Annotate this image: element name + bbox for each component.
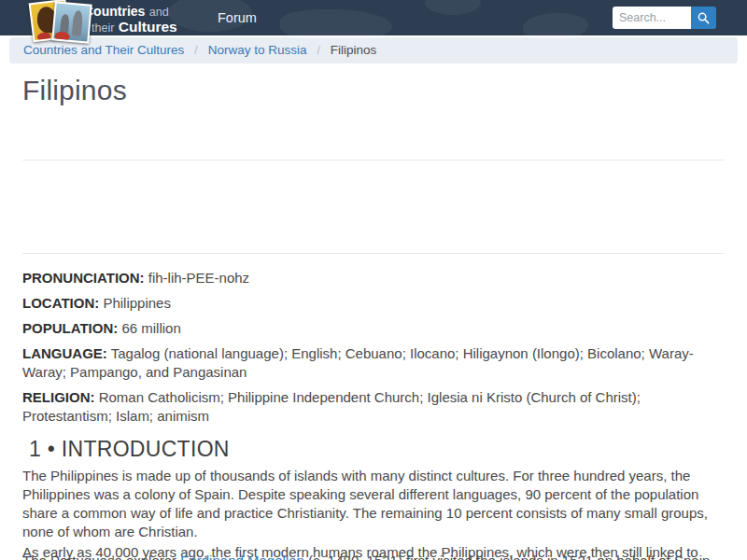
fact-value: 66 million: [121, 320, 180, 336]
logo-word-countries: Countries: [84, 4, 145, 19]
breadcrumb-current: Filipinos: [331, 43, 377, 57]
page-title: Filipinos: [22, 75, 725, 106]
fact-value: Philippines: [103, 295, 171, 311]
page: Countries and their Cultures Forum Count…: [0, 0, 747, 560]
fact-row-religion: RELIGION: Roman Catholicism; Philippine …: [22, 388, 725, 426]
fact-value: Roman Catholicism; Philippine Independen…: [22, 389, 641, 424]
logo-photo-moai: [51, 1, 92, 43]
paragraph-1: The Philippines is made up of thousands …: [22, 467, 725, 541]
ad-placeholder: [22, 161, 725, 253]
logo-word-cultures: Cultures: [119, 19, 177, 35]
search-input[interactable]: [613, 7, 691, 29]
magellan-link[interactable]: Ferdinand Magellan: [180, 553, 304, 560]
logo-word-their: their: [92, 21, 114, 35]
fact-value: fih-lih-PEE-nohz: [148, 270, 249, 286]
fact-list: PRONUNCIATION: fih-lih-PEE-nohz LOCATION…: [22, 269, 725, 426]
divider: [22, 253, 725, 254]
fact-row-location: LOCATION: Philippines: [22, 294, 725, 313]
paragraph-3: The Portuguese explorer Ferdinand Magell…: [22, 552, 725, 560]
site-header: Countries and their Cultures Forum: [0, 0, 747, 35]
breadcrumb-link-volume[interactable]: Norway to Russia: [208, 43, 307, 57]
forum-link[interactable]: Forum: [218, 10, 257, 25]
search-button[interactable]: [691, 7, 716, 29]
fact-label: LOCATION:: [22, 295, 99, 311]
article-content: Filipinos PRONUNCIATION: fih-lih-PEE-noh…: [9, 75, 738, 560]
breadcrumb-separator: /: [188, 43, 204, 57]
fact-row-language: LANGUAGE: Tagalog (national language); E…: [22, 344, 725, 382]
section-heading-introduction: 1 • INTRODUCTION: [22, 437, 725, 461]
breadcrumb: Countries and Their Cultures / Norway to…: [9, 37, 738, 63]
world-map-decoration: [425, 0, 481, 15]
fact-label: LANGUAGE:: [22, 345, 107, 361]
logo-word-and: and: [149, 6, 169, 19]
logo-wordmark: Countries and their Cultures: [84, 4, 177, 35]
breadcrumb-link-home[interactable]: Countries and Their Cultures: [23, 43, 184, 57]
fact-label: POPULATION:: [22, 320, 118, 336]
search-icon: [697, 11, 711, 25]
paragraph-3-text: The Portuguese explorer: [22, 553, 180, 560]
fact-label: PRONUNCIATION:: [22, 270, 145, 286]
search-form: [613, 7, 716, 29]
fact-value: Tagalog (national language); English; Ce…: [22, 345, 694, 380]
world-map-decoration: [280, 9, 392, 41]
fact-row-pronunciation: PRONUNCIATION: fih-lih-PEE-nohz: [22, 269, 725, 287]
breadcrumb-separator: /: [310, 43, 327, 57]
fact-label: RELIGION:: [22, 389, 95, 405]
fact-row-population: POPULATION: 66 million: [22, 319, 725, 338]
